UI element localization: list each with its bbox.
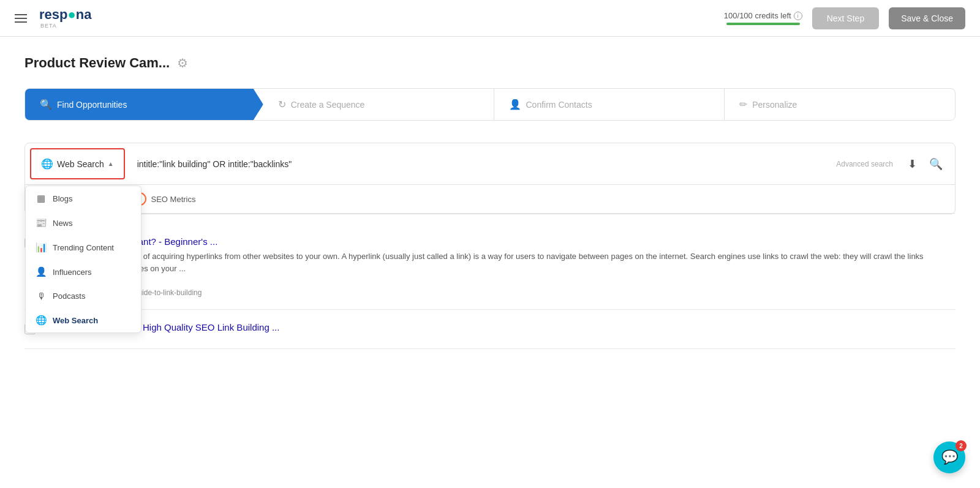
main-content: Product Review Cam... ⚙ 🔍 Find Opportuni… [0, 37, 980, 488]
trending-icon: 📊 [36, 242, 47, 253]
app-header: resp●na BETA 100/100 credits left i Next… [0, 0, 980, 37]
chevron-up-icon: ▲ [108, 160, 114, 167]
dropdown-item-blogs[interactable]: ▦ Blogs [26, 186, 141, 211]
contacts-step-icon: 👤 [509, 99, 521, 110]
dropdown-influencers-label: Influencers [53, 268, 92, 277]
step-create-sequence[interactable]: ↻ Create a Sequence [263, 89, 494, 120]
globe-icon: 🌐 [41, 158, 53, 170]
dropdown-item-podcasts[interactable]: 🎙 Podcasts [26, 284, 141, 308]
result-url-1: https://moz.com/beginners-guide-to-link-… [45, 288, 956, 297]
dropdown-blogs-label: Blogs [53, 194, 73, 203]
seo-metrics-label: SEO Metrics [151, 195, 196, 204]
chat-bubble[interactable]: 💬 2 [933, 441, 965, 473]
dropdown-web-search-label: Web Search [53, 316, 98, 325]
dropdown-item-web-search[interactable]: 🌐 Web Search [26, 308, 141, 332]
logo: resp●na BETA [39, 8, 91, 29]
search-type-dropdown-container: 🌐 Web Search ▲ ▦ Blogs 📰 News 📊 [25, 143, 130, 184]
credits-info-icon[interactable]: i [794, 12, 802, 20]
dropdown-news-label: News [53, 219, 73, 228]
result-title-2[interactable]: Link Building Services | High Quality SE… [45, 322, 956, 332]
step-confirm-contacts-label: Confirm Contacts [526, 100, 592, 110]
step-bar: 🔍 Find Opportunities ↻ Create a Sequence… [24, 88, 956, 121]
dropdown-item-trending[interactable]: 📊 Trending Content [26, 235, 141, 260]
search-row: 🌐 Web Search ▲ ▦ Blogs 📰 News 📊 [25, 143, 955, 185]
logo-beta: BETA [40, 23, 91, 29]
save-close-button[interactable]: Save & Close [889, 7, 965, 29]
result-item: ding & Why Is It Important? - Beginner's… [24, 224, 956, 310]
search-area: 🌐 Web Search ▲ ▦ Blogs 📰 News 📊 [24, 143, 956, 214]
dropdown-item-news[interactable]: 📰 News [26, 211, 141, 235]
search-input[interactable] [130, 151, 827, 178]
credits-text: 100/100 credits left i [724, 11, 802, 20]
influencers-icon: 👤 [36, 266, 47, 277]
step-find-opportunities-label: Find Opportunities [57, 100, 127, 110]
result-item-2: Link Building Services | High Quality SE… [24, 310, 956, 349]
search-type-menu: ▦ Blogs 📰 News 📊 Trending Content 👤 Infl… [25, 186, 141, 333]
page-title: Product Review Cam... [24, 55, 170, 71]
web-search-icon: 🌐 [36, 315, 47, 326]
blogs-icon: ▦ [36, 193, 47, 204]
dropdown-trending-label: Trending Content [53, 243, 114, 252]
chat-icon: 💬 [941, 449, 958, 465]
personalize-step-icon: ✏ [739, 99, 747, 110]
settings-icon[interactable]: ⚙ [177, 56, 188, 70]
result-content-1: ding & Why Is It Important? - Beginner's… [45, 236, 956, 297]
result-title-1[interactable]: ding & Why Is It Important? - Beginner's… [45, 236, 956, 247]
credits-bar [726, 23, 800, 25]
credits-bar-fill [726, 23, 800, 25]
dropdown-item-influencers[interactable]: 👤 Influencers [26, 260, 141, 284]
news-icon: 📰 [36, 217, 47, 228]
sequence-step-icon: ↻ [278, 99, 286, 110]
chat-badge: 2 [956, 440, 967, 451]
results-area: ding & Why Is It Important? - Beginner's… [24, 224, 956, 349]
step-find-opportunities[interactable]: 🔍 Find Opportunities [25, 89, 263, 120]
search-button[interactable]: 🔍 [927, 155, 945, 173]
menu-icon[interactable] [15, 14, 27, 23]
download-button[interactable]: ⬇ [905, 155, 919, 173]
logo-text: resp●na [39, 8, 91, 21]
step-create-sequence-label: Create a Sequence [291, 100, 365, 110]
page-title-row: Product Review Cam... ⚙ [24, 55, 956, 71]
search-type-selector[interactable]: 🌐 Web Search ▲ [30, 148, 125, 179]
result-snippet-1: Link building is the process of acquirin… [45, 250, 956, 274]
result-meta-1: Indexed: Thu Feb 04 2021 [45, 278, 956, 287]
search-step-icon: 🔍 [40, 99, 52, 110]
header-right: 100/100 credits left i Next Step Save & … [724, 7, 965, 29]
next-step-button[interactable]: Next Step [812, 7, 879, 29]
step-confirm-contacts[interactable]: 👤 Confirm Contacts [494, 89, 725, 120]
filter-row: Filters + Add Filter SEO Metrics [25, 185, 955, 214]
step-personalize-label: Personalize [752, 100, 797, 110]
dropdown-podcasts-label: Podcasts [53, 291, 85, 301]
credits-area: 100/100 credits left i [724, 11, 802, 25]
result-content-2: Link Building Services | High Quality SE… [45, 322, 956, 336]
podcasts-icon: 🎙 [36, 291, 47, 301]
search-actions: Advanced search ⬇ 🔍 [826, 155, 955, 173]
search-type-label: Web Search [57, 159, 104, 169]
advanced-search-label: Advanced search [836, 160, 893, 168]
step-personalize[interactable]: ✏ Personalize [725, 89, 955, 120]
